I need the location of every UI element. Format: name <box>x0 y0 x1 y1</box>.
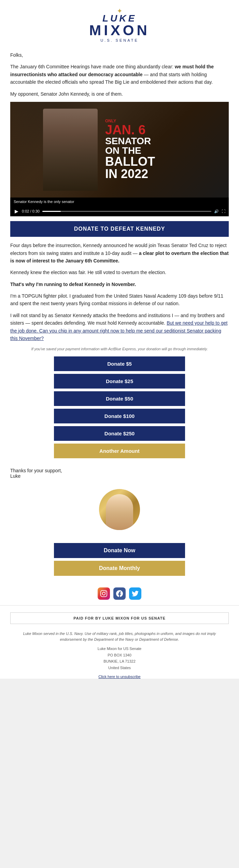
play-button[interactable]: ▶ <box>14 208 19 214</box>
thanks-text: Thanks for your support, <box>10 468 229 473</box>
paid-for-disclaimer: PAID FOR BY LUKE MIXON FOR US SENATE <box>10 612 229 624</box>
video-text-overlay: ONLY JAN. 6 SENATOR ON THE BALLOT IN 202… <box>105 119 225 180</box>
military-disclaimer: Luke Mixon served in the U.S. Navy. Use … <box>0 631 239 642</box>
signature-name: Luke <box>10 473 229 479</box>
avatar-body <box>106 494 133 530</box>
po-box: PO BOX 1340 <box>0 652 239 659</box>
unsubscribe-section: Click here to unsubscribe <box>0 675 239 679</box>
twitter-icon[interactable] <box>129 587 141 600</box>
avatar-container <box>0 482 239 537</box>
video-controls[interactable]: ▶ 0:02 / 0:30 🔊 ⛶ <box>10 206 229 217</box>
video-text-senator: SENATOR <box>105 137 225 146</box>
paragraph-4: Kennedy knew the election was fair. He s… <box>10 269 229 276</box>
donate-now-button[interactable]: Donate Now <box>54 543 185 558</box>
paragraph-5: That's why I'm running to defeat Kennedy… <box>10 281 229 288</box>
paragraph-6: I'm a TOPGUN fighter pilot. I graduated … <box>10 292 229 308</box>
another-amount-button[interactable]: Another Amount <box>54 444 185 458</box>
progress-bar-fill <box>42 211 61 212</box>
paragraph-2: My opponent, Senator John Kennedy, is on… <box>10 90 229 98</box>
footer-address: Luke Mixon for US Senate PO BOX 1340 BUN… <box>0 646 239 671</box>
email-content: Folks, The January 6th Committee Hearing… <box>0 46 239 464</box>
city-state: BUNKIE, LA 71322 <box>0 658 239 665</box>
para5-bold: That's why I'm running to defeat Kennedy… <box>10 282 136 287</box>
donate-250-button[interactable]: Donate $250 <box>54 426 185 441</box>
facebook-icon[interactable] <box>113 587 126 600</box>
volume-icon[interactable]: 🔊 <box>214 208 219 215</box>
instagram-icon[interactable] <box>98 587 110 600</box>
actblue-notice: If you've saved your payment information… <box>10 346 229 352</box>
video-text-ballot: BALLOT <box>105 156 225 168</box>
progress-bar[interactable] <box>42 211 211 212</box>
video-thumbnail: ONLY JAN. 6 SENATOR ON THE BALLOT IN 202… <box>10 102 229 198</box>
donate-monthly-button[interactable]: Donate Monthly <box>54 561 185 576</box>
avatar <box>99 489 140 530</box>
video-text-in2022: IN 2022 <box>105 168 225 180</box>
video-caption-text: Senator Kennedy is the only senator <box>14 200 74 204</box>
greeting: Folks, <box>10 51 229 59</box>
video-text-on-the: ON THE <box>105 146 225 156</box>
video-container[interactable]: ONLY JAN. 6 SENATOR ON THE BALLOT IN 202… <box>10 102 229 216</box>
video-text-jan6: JAN. 6 <box>105 124 225 137</box>
paragraph-7: I will not stand by as Senator Kennedy a… <box>10 312 229 342</box>
signature-section: Thanks for your support, Luke <box>0 464 239 482</box>
fullscreen-icon[interactable]: ⛶ <box>222 208 225 215</box>
video-caption: Senator Kennedy is the only senator <box>10 198 229 206</box>
paragraph-3: Four days before the insurrection, Kenne… <box>10 242 229 265</box>
org-name: Luke Mixon for US Senate <box>0 646 239 652</box>
logo: ✦ LUKE MIXON U.S. SENATE <box>3 7 236 42</box>
donate-defeat-button[interactable]: DONATE TO DEFEAT KENNEDY <box>10 221 229 237</box>
donate-100-button[interactable]: Donate $100 <box>54 409 185 423</box>
divider <box>0 605 239 606</box>
person-silhouette <box>43 109 98 191</box>
bottom-donate-section: Donate Now Donate Monthly <box>0 537 239 582</box>
video-time: 0:02 / 0:30 <box>22 208 40 215</box>
unsubscribe-link[interactable]: Click here to unsubscribe <box>98 675 141 679</box>
logo-senate: U.S. SENATE <box>100 38 139 42</box>
logo-mixon: MIXON <box>89 23 150 38</box>
email-header: ✦ LUKE MIXON U.S. SENATE <box>0 0 239 46</box>
email-wrapper: ✦ LUKE MIXON U.S. SENATE Folks, The Janu… <box>0 0 239 679</box>
donate-25-button[interactable]: Donate $25 <box>54 374 185 389</box>
social-icons-row <box>0 587 239 600</box>
donate-5-button[interactable]: Donate $5 <box>54 356 185 371</box>
paragraph-1: The January 6th Committee Hearings have … <box>10 63 229 86</box>
logo-luke: LUKE <box>102 14 137 23</box>
donate-50-button[interactable]: Donate $50 <box>54 391 185 406</box>
country: United States <box>0 665 239 671</box>
para1-plain: The January 6th Committee Hearings have … <box>10 64 175 69</box>
